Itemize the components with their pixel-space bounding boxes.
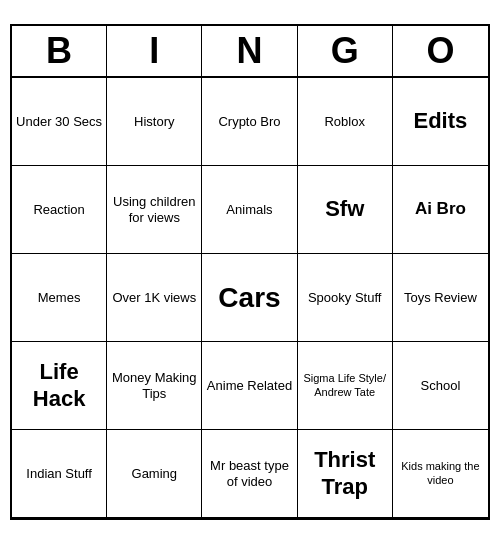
bingo-cell[interactable]: Using children for views [107, 166, 202, 254]
bingo-cell[interactable]: Roblox [298, 78, 393, 166]
bingo-cell[interactable]: Kids making the video [393, 430, 488, 518]
bingo-cell[interactable]: Ai Bro [393, 166, 488, 254]
bingo-cell[interactable]: Toys Review [393, 254, 488, 342]
bingo-cell[interactable]: History [107, 78, 202, 166]
bingo-letter: N [202, 26, 297, 76]
bingo-cell[interactable]: Memes [12, 254, 107, 342]
bingo-cell[interactable]: Money Making Tips [107, 342, 202, 430]
bingo-grid: Under 30 SecsHistoryCrypto BroRobloxEdit… [12, 78, 488, 518]
bingo-cell[interactable]: School [393, 342, 488, 430]
bingo-cell[interactable]: Indian Stuff [12, 430, 107, 518]
bingo-cell[interactable]: Sigma Life Style/ Andrew Tate [298, 342, 393, 430]
bingo-cell[interactable]: Sfw [298, 166, 393, 254]
bingo-letter: G [298, 26, 393, 76]
bingo-cell[interactable]: Cars [202, 254, 297, 342]
bingo-cell[interactable]: Gaming [107, 430, 202, 518]
bingo-cell[interactable]: Reaction [12, 166, 107, 254]
bingo-cell[interactable]: Animals [202, 166, 297, 254]
bingo-cell[interactable]: Mr beast type of video [202, 430, 297, 518]
bingo-letter: B [12, 26, 107, 76]
bingo-cell[interactable]: Life Hack [12, 342, 107, 430]
bingo-cell[interactable]: Crypto Bro [202, 78, 297, 166]
bingo-cell[interactable]: Edits [393, 78, 488, 166]
bingo-cell[interactable]: Under 30 Secs [12, 78, 107, 166]
bingo-cell[interactable]: Anime Related [202, 342, 297, 430]
bingo-card: BINGO Under 30 SecsHistoryCrypto BroRobl… [10, 24, 490, 520]
bingo-letter: I [107, 26, 202, 76]
bingo-header: BINGO [12, 26, 488, 78]
bingo-letter: O [393, 26, 488, 76]
bingo-cell[interactable]: Thrist Trap [298, 430, 393, 518]
bingo-cell[interactable]: Over 1K views [107, 254, 202, 342]
bingo-cell[interactable]: Spooky Stuff [298, 254, 393, 342]
